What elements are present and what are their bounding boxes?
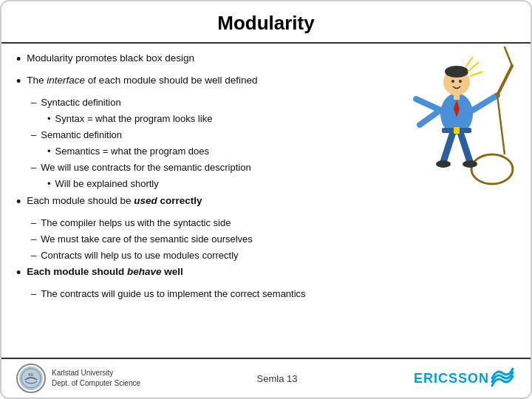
bullet-text: Modularity promotes black box design [27, 51, 194, 66]
slide-header: Modularity [1, 1, 531, 44]
slide-footer: KU Karlstad University Dept. of Computer… [1, 358, 531, 398]
svg-point-15 [436, 160, 451, 168]
bullet-icon: • [16, 263, 21, 284]
svg-point-3 [451, 80, 454, 83]
sub-list: – Syntactic definition • Syntax = what t… [31, 95, 383, 192]
sub-sub-list: • Semantics = what the program does [47, 144, 383, 159]
list-item: • Each module should behave well [16, 265, 383, 284]
bullet-text: Each module should be used correctly [27, 194, 202, 209]
footer-right: ERICSSON [414, 367, 516, 389]
sub-item-text: Semantic definition [41, 128, 122, 143]
list-item: – The contracts will guide us to impleme… [31, 287, 383, 301]
svg-point-23 [21, 369, 41, 388]
sub-item-text: The compiler helps us with the syntactic… [41, 216, 231, 231]
svg-line-10 [505, 47, 512, 66]
list-item: • Will be explained shortly [47, 177, 383, 191]
svg-point-11 [471, 154, 513, 184]
university-name: Karlstad University [52, 368, 140, 378]
figure-svg [383, 44, 516, 191]
sub-item-text: We will use contracts for the semantic d… [41, 160, 250, 175]
sub-list: – The contracts will guide us to impleme… [31, 287, 383, 301]
svg-line-13 [443, 132, 453, 162]
list-item: – The compiler helps us with the syntact… [31, 216, 383, 231]
footer-university-text: Karlstad University Dept. of Computer Sc… [52, 368, 140, 389]
svg-line-18 [470, 72, 482, 76]
slide: Modularity • Modularity promotes black b… [0, 0, 532, 399]
ericsson-symbol [489, 367, 516, 389]
sub-list: – The compiler helps us with the syntact… [31, 216, 383, 263]
svg-line-12 [497, 95, 505, 154]
svg-line-19 [466, 57, 473, 67]
list-item: • Semantics = what the program does [47, 144, 383, 159]
svg-point-4 [459, 80, 462, 83]
logo-inner: KU [19, 366, 43, 390]
svg-line-6 [416, 99, 440, 110]
list-item: – Contracts will help us to use modules … [31, 248, 383, 263]
sub-sub-list: • Syntax = what the program looks like [47, 112, 383, 126]
list-item: – We must take care of the semantic side… [31, 232, 383, 247]
svg-line-7 [420, 110, 440, 125]
list-item: – Syntactic definition [31, 95, 383, 110]
svg-rect-22 [454, 127, 460, 134]
slide-title: Modularity [16, 12, 516, 35]
bullet-icon: • [16, 192, 21, 213]
sub-item-text: Contracts will help us to use modules co… [41, 248, 238, 263]
list-item: – Semantic definition [31, 128, 383, 143]
svg-rect-5 [454, 94, 460, 100]
bullet-text: Each module should behave well [27, 265, 183, 280]
sub-item-text: We must take care of the semantic side o… [41, 232, 253, 247]
content-area: • Modularity promotes black box design •… [16, 51, 383, 352]
list-item: • The interface of each module should be… [16, 73, 383, 92]
bullet-icon: • [16, 72, 21, 92]
sub-item-text: Syntactic definition [41, 95, 120, 110]
sub-sub-text: Semantics = what the program does [55, 144, 209, 159]
svg-line-17 [468, 62, 479, 72]
illustration [383, 44, 516, 352]
sub-sub-text: Will be explained shortly [55, 177, 159, 191]
slide-body: • Modularity promotes black box design •… [1, 44, 531, 358]
list-item: • Modularity promotes black box design [16, 51, 383, 70]
footer-left: KU Karlstad University Dept. of Computer… [16, 364, 140, 393]
svg-line-9 [497, 66, 512, 95]
semla-label: Semla 13 [257, 373, 298, 384]
footer-center: Semla 13 [257, 373, 298, 384]
sub-sub-list: • Will be explained shortly [47, 177, 383, 191]
university-logo: KU [16, 364, 46, 393]
bullet-icon: • [16, 50, 21, 70]
list-item: • Each module should be used correctly [16, 194, 383, 213]
ericsson-logo: ERICSSON [414, 371, 489, 386]
svg-line-14 [460, 132, 470, 162]
svg-line-8 [473, 95, 497, 110]
svg-point-16 [463, 160, 477, 168]
list-item: • Syntax = what the program looks like [47, 112, 383, 126]
svg-point-2 [445, 66, 468, 78]
list-item: – We will use contracts for the semantic… [31, 160, 383, 175]
sub-item-text: The contracts will guide us to implement… [41, 287, 305, 301]
dept-name: Dept. of Computer Science [52, 378, 140, 389]
svg-text:KU: KU [29, 372, 34, 377]
sub-sub-text: Syntax = what the program looks like [55, 112, 213, 126]
bullet-text: The interface of each module should be w… [27, 73, 257, 89]
